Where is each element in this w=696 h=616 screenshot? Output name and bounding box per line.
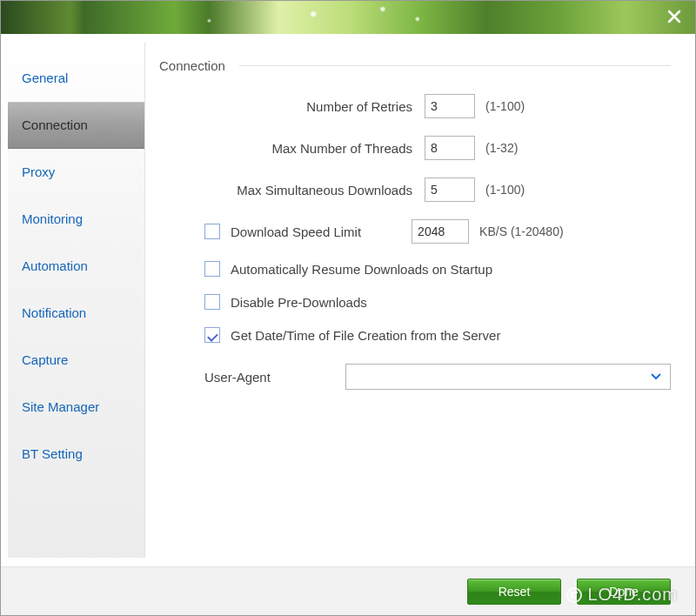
sidebar-item-site-manager[interactable]: Site Manager [8,384,144,431]
main-panel: Connection Number of Retries (1-100) Max… [145,34,695,566]
hint-retries: (1-100) [485,99,525,113]
sidebar-item-label: General [22,70,68,85]
checkbox-disable-pre[interactable] [204,294,220,310]
sidebar: General Connection Proxy Monitoring Auto… [1,34,145,566]
checkbox-get-datetime[interactable] [204,327,220,343]
input-speed-limit[interactable] [412,219,469,244]
sidebar-item-capture[interactable]: Capture [8,337,144,384]
label-retries: Number of Retries [159,99,425,114]
row-user-agent: User-Agent [159,364,671,390]
sidebar-item-label: Capture [22,352,68,367]
sidebar-item-label: Monitoring [22,211,83,226]
row-retries: Number of Retries (1-100) [159,94,671,118]
input-retries[interactable] [425,94,475,118]
sidebar-item-bt-setting[interactable]: BT Setting [8,431,144,478]
section-header: Connection [159,58,671,73]
row-auto-resume: Automatically Resume Downloads on Startu… [159,261,671,277]
select-user-agent[interactable] [345,364,671,390]
sidebar-item-automation[interactable]: Automation [8,243,144,290]
sidebar-item-label: Site Manager [22,399,99,414]
body: General Connection Proxy Monitoring Auto… [1,34,695,566]
label-disable-pre: Disable Pre-Downloads [231,295,367,310]
title-bar [1,1,695,34]
label-threads: Max Number of Threads [159,141,425,156]
button-label: Reset [499,585,531,599]
label-get-datetime: Get Date/Time of File Creation from the … [231,328,500,343]
input-threads[interactable] [425,136,475,160]
close-button[interactable] [666,8,683,25]
label-user-agent: User-Agent [204,370,345,385]
sidebar-item-label: BT Setting [22,446,83,461]
sidebar-inner: General Connection Proxy Monitoring Auto… [8,43,145,558]
checkbox-auto-resume[interactable] [204,261,220,277]
done-button[interactable]: Done [577,579,671,605]
button-label: Done [609,585,638,599]
label-speed-limit: Download Speed Limit [231,224,361,239]
hint-simultaneous: (1-100) [485,183,525,197]
sidebar-item-label: Notification [22,305,86,320]
checkbox-speed-limit[interactable] [204,224,220,239]
sidebar-item-proxy[interactable]: Proxy [8,149,144,196]
sidebar-item-general[interactable]: General [8,55,144,102]
sidebar-item-connection[interactable]: Connection [8,102,144,149]
input-simultaneous[interactable] [425,177,475,202]
sidebar-item-notification[interactable]: Notification [8,290,144,337]
chevron-down-icon [651,373,661,380]
row-simultaneous: Max Simultaneous Downloads (1-100) [159,177,671,202]
section-title: Connection [159,58,225,73]
close-icon [666,8,683,25]
row-disable-pre: Disable Pre-Downloads [159,294,671,310]
settings-window: { "sidebar": { "items": [ { "label": "Ge… [0,0,696,616]
sidebar-item-label: Automation [22,258,88,273]
divider [239,65,671,66]
hint-threads: (1-32) [485,141,518,155]
reset-button[interactable]: Reset [467,579,561,605]
sidebar-item-label: Proxy [22,164,55,179]
row-get-datetime: Get Date/Time of File Creation from the … [159,327,671,343]
row-threads: Max Number of Threads (1-32) [159,136,671,160]
label-simultaneous: Max Simultaneous Downloads [159,183,425,198]
hint-speed-limit: KB/S (1-20480) [479,224,564,238]
sidebar-item-monitoring[interactable]: Monitoring [8,196,144,243]
label-auto-resume: Automatically Resume Downloads on Startu… [231,262,492,277]
sidebar-item-label: Connection [22,117,88,132]
row-speed-limit: Download Speed Limit KB/S (1-20480) [159,219,671,244]
footer: Reset Done LO4D.com [1,566,695,615]
